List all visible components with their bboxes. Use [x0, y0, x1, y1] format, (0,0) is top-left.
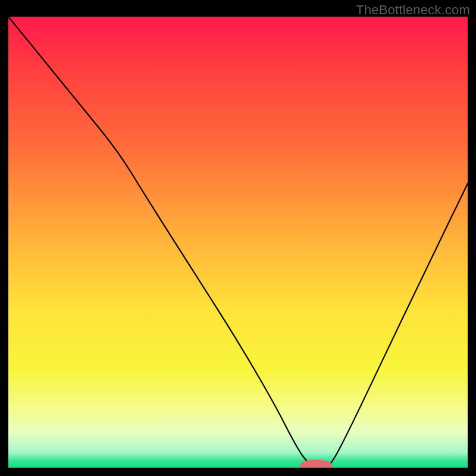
watermark-text: TheBottleneck.com	[356, 2, 470, 18]
chart-svg	[8, 17, 468, 468]
plot-area	[8, 17, 468, 468]
background-rect	[8, 17, 468, 468]
chart-container: TheBottleneck.com	[0, 0, 476, 476]
